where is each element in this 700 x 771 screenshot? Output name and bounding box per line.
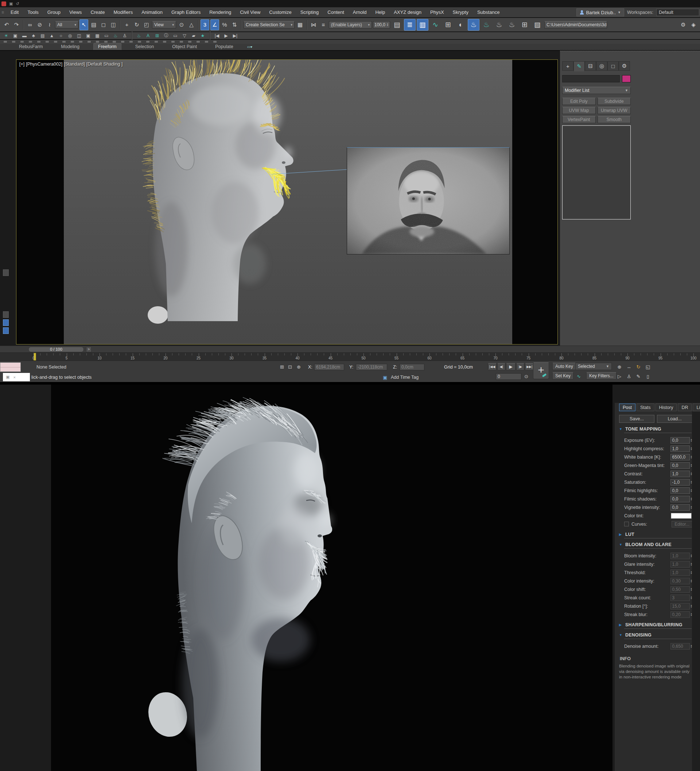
setting-value-field[interactable]: 1,0 [671,553,690,559]
menu-edit[interactable]: Edit [6,8,23,16]
ribbon-mini-icon[interactable] [71,41,74,43]
spinner-snap-icon[interactable]: ⇅ [230,20,239,30]
ribbon-mini-icon[interactable] [54,41,57,43]
setting-value-field[interactable]: 0,0 [671,504,690,511]
menu-help[interactable]: Help [371,8,389,16]
media-prev-icon[interactable]: |◀ [214,33,220,39]
angle-snap-icon[interactable]: ∠ [210,20,219,30]
rectangular-selection-region-icon[interactable]: ◻ [99,20,108,30]
select-by-name-icon[interactable]: ▤ [90,20,98,30]
current-frame-field[interactable]: 0 [496,373,521,380]
light-icon[interactable]: ☀ [3,33,10,39]
modifier-button-subdivide[interactable]: Subdivide [597,98,631,105]
select-and-scale-icon[interactable]: ◰ [142,20,151,30]
maxscript-listener-line[interactable]: ▣ × [3,373,30,381]
ribbon-tab-modeling[interactable]: Modeling [57,43,84,50]
ribbon-mini-icon[interactable] [146,41,150,43]
select-and-link-icon[interactable]: ∞ [26,20,34,30]
sphere-viewport-icon[interactable]: ◎ [67,33,73,39]
mirror-icon[interactable]: ⋈ [309,20,318,30]
save-icon[interactable]: ▣ [9,2,13,6]
track-bar[interactable]: 0510152025303540455055606570758085909510… [0,353,700,361]
viewport-label-segment-3[interactable]: [Default Shading ] [86,62,122,67]
isolate-selection-icon[interactable]: ⊞ [280,364,284,370]
teapot-a-icon[interactable]: A [145,33,151,39]
named-selection-set-dropdown[interactable]: Create Selection Se▾ [244,21,295,28]
rendered-frame-window-icon[interactable]: ♨ [480,19,492,31]
use-pivot-center-icon[interactable]: ⊙ [177,20,186,30]
ribbon-tab-selection[interactable]: Selection [131,43,158,50]
pan-hand-icon[interactable]: ↔ [625,363,633,370]
camera-viewport[interactable]: [+][PhysCamera002][Standard][Default Sha… [16,59,558,345]
viewport-label-segment-2[interactable]: [Standard] [64,62,85,67]
ribbon-mini-icon[interactable] [197,41,200,43]
app-logo-icon[interactable] [2,2,6,6]
settings-gear-icon[interactable]: ⚙ [679,20,688,30]
menu-civil-view[interactable]: Civil View [236,8,265,16]
absolute-offset-icon[interactable]: ⊕ [297,364,301,370]
key-mode-dropdown[interactable]: Selected ▼ [575,363,612,370]
ribbon-toggle-icon[interactable]: ▥ [417,19,428,31]
isolate-cube-icon[interactable]: ▧ [532,19,543,31]
key-filters-button[interactable]: Key Filters... [586,372,617,379]
ribbon-mini-icon[interactable] [46,41,49,43]
motion-tab[interactable]: ◎ [596,61,607,71]
modifier-button-unwrap-uvw[interactable]: Unwrap UVW [597,107,631,114]
menu-animation[interactable]: Animation [137,8,167,16]
split-view-icon[interactable]: ◫ [76,33,82,39]
viewport-layout-icon[interactable]: ▯ [644,372,652,380]
selection-lock-icon[interactable]: ⊡ [288,364,292,370]
wall-icon[interactable]: ▭ [103,33,110,39]
ribbon-mini-icon[interactable] [188,41,191,43]
section-header-sharpening-blurring[interactable]: ▶SHARPENING/BLURRING [619,622,692,627]
ribbon-overflow-icon[interactable]: ▭▾ [247,45,252,50]
ribbon-mini-icon[interactable] [79,41,82,43]
go-to-end-button[interactable]: ▶▶| [525,363,534,370]
torus-icon[interactable]: ○ [58,33,64,39]
y-coordinate-field[interactable]: -2100,118cm [356,364,387,370]
ribbon-mini-icon[interactable] [171,41,175,43]
set-keys-button[interactable]: + [533,362,549,379]
layers-dropdown[interactable]: (Enable Layers)▾ [329,21,372,28]
ribbon-mini-icon[interactable] [4,41,7,43]
setting-value-field[interactable]: 1,0 [671,446,690,452]
camera-icon[interactable]: ▣ [12,33,19,39]
video-camera-icon[interactable]: ▣ [85,33,91,39]
setting-value-field[interactable]: 0,650 [671,643,690,650]
time-configuration-icon[interactable]: ⊙ [524,374,528,379]
menu-create[interactable]: Create [86,8,109,16]
next-frame-button[interactable]: > [86,346,91,352]
walkthrough-icon[interactable]: ♙ [625,372,633,380]
ribbon-mini-icon[interactable] [96,41,99,43]
orbit-icon[interactable]: ↻ [634,363,642,370]
setting-value-field[interactable]: 0,0 [671,496,690,502]
menu-tools[interactable]: Tools [23,8,43,16]
vfb-tab-history[interactable]: History [656,403,677,411]
editor-button[interactable]: Editor... [672,521,692,527]
character-icon[interactable]: ♙ [121,33,128,39]
menu-group[interactable]: Group [43,8,65,16]
workspace-dropdown[interactable]: Default [656,9,699,16]
window-crossing-icon[interactable]: ◫ [109,20,118,30]
physical-camera-icon[interactable]: ▦ [94,33,101,39]
create-tab[interactable]: + [562,61,573,71]
ribbon-mini-icon[interactable] [113,41,116,43]
display-tab[interactable]: □ [607,61,619,71]
schematic-view-icon[interactable]: ⊞ [442,19,454,31]
ribbon-tab-rebusfarm[interactable]: RebusFarm [15,43,47,50]
vfb-tab-stats[interactable]: Stats [637,403,654,411]
pine-tree-icon[interactable]: ▲ [49,33,55,39]
panel-scrollbar[interactable] [692,412,700,771]
render-production-icon[interactable]: ♨ [493,19,505,31]
modifier-button-uvw-map[interactable]: UVW Map [562,107,596,114]
side-mini-button[interactable] [3,269,9,276]
select-object-icon[interactable]: ↖ [80,20,88,30]
utilities-tab[interactable]: ⚙ [619,61,630,71]
modifier-list-dropdown[interactable]: Modifier List ▼ [562,87,631,94]
align-icon[interactable]: ≡ [319,20,328,30]
magic-wand-icon[interactable]: ★ [199,33,206,39]
teapot-icon[interactable]: ♨ [112,33,119,39]
select-and-manipulate-icon[interactable]: △ [187,20,196,30]
ribbon-mini-icon[interactable] [104,41,107,43]
select-and-rotate-icon[interactable]: ↻ [132,20,141,30]
